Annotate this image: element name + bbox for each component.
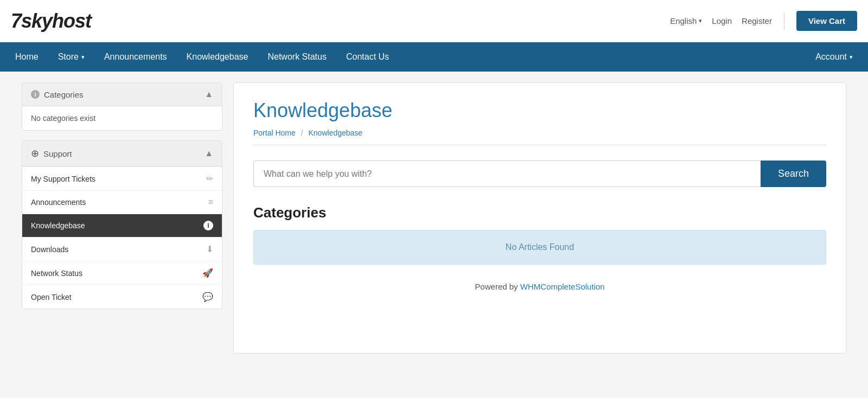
breadcrumb-home-link[interactable]: Portal Home: [253, 129, 296, 137]
sidebar-item-open-ticket[interactable]: Open Ticket 💬: [22, 285, 222, 309]
account-label: Account: [815, 52, 847, 62]
store-arrow-icon: ▾: [81, 54, 85, 61]
top-bar: 7skyhost English ▾ Login Register View C…: [0, 0, 868, 42]
view-cart-button[interactable]: View Cart: [796, 11, 857, 31]
comment-icon: 💬: [202, 292, 213, 302]
no-categories-text: No categories exist: [31, 114, 95, 123]
nav-network-status[interactable]: Network Status: [258, 42, 336, 72]
search-button[interactable]: Search: [761, 161, 826, 187]
account-menu[interactable]: Account ▾: [806, 42, 863, 72]
sidebar-item-my-support-tickets[interactable]: My Support Tickets ✏: [22, 166, 222, 190]
info-icon: i: [31, 90, 40, 99]
sidebar-categories-header: i Categories ▲: [22, 83, 222, 106]
my-support-tickets-label: My Support Tickets: [31, 175, 95, 183]
categories-header-left: i Categories: [31, 90, 84, 99]
main-layout: i Categories ▲ No categories exist ⊕ Sup…: [11, 72, 857, 364]
open-ticket-label: Open Ticket: [31, 293, 72, 301]
breadcrumb-current-link[interactable]: Knowledgebase: [308, 129, 362, 137]
download-icon: ⬇: [206, 244, 213, 254]
breadcrumb-separator: /: [301, 129, 303, 137]
language-label: English: [670, 16, 697, 25]
sidebar-item-network-status[interactable]: Network Status 🚀: [22, 261, 222, 285]
nav-bar: Home Store ▾ Announcements Knowledgebase…: [0, 42, 868, 72]
rocket-icon: 🚀: [202, 268, 213, 278]
sidebar-item-knowledgebase[interactable]: Knowledgebase i: [22, 214, 222, 237]
account-arrow-icon: ▾: [850, 54, 853, 61]
powered-by: Powered by WHMCompleteSolution: [253, 282, 826, 291]
breadcrumb: Portal Home / Knowledgebase: [253, 129, 826, 145]
no-articles-text: No Articles Found: [506, 242, 574, 252]
nav-store[interactable]: Store ▾: [48, 42, 94, 72]
sidebar-categories-box: i Categories ▲ No categories exist: [22, 82, 222, 131]
support-collapse-icon[interactable]: ▲: [205, 149, 213, 158]
whmcs-link[interactable]: WHMCompleteSolution: [520, 282, 605, 291]
network-status-label: Network Status: [31, 269, 82, 278]
categories-section-title: Categories: [253, 204, 826, 221]
downloads-label: Downloads: [31, 245, 68, 254]
support-label: Support: [43, 149, 72, 158]
knowledgebase-label: Knowledgebase: [31, 221, 85, 230]
sidebar: i Categories ▲ No categories exist ⊕ Sup…: [22, 82, 222, 354]
categories-body: No categories exist: [22, 106, 222, 130]
collapse-icon[interactable]: ▲: [205, 89, 213, 99]
language-arrow-icon: ▾: [699, 17, 702, 24]
login-link[interactable]: Login: [712, 16, 732, 25]
sidebar-support-box: ⊕ Support ▲ My Support Tickets ✏ Announc…: [22, 140, 222, 309]
logo: 7skyhost: [11, 10, 91, 33]
categories-label: Categories: [44, 90, 84, 99]
top-bar-right: English ▾ Login Register View Cart: [670, 11, 857, 31]
ticket-icon: ✏: [206, 174, 213, 184]
register-link[interactable]: Register: [742, 16, 772, 25]
lifering-icon: ⊕: [31, 147, 39, 159]
language-selector[interactable]: English ▾: [670, 16, 702, 25]
sidebar-item-announcements[interactable]: Announcements ≡: [22, 190, 222, 214]
nav-knowledgebase[interactable]: Knowledgebase: [177, 42, 258, 72]
page-title: Knowledgebase: [253, 99, 826, 122]
knowledgebase-icon: i: [203, 221, 213, 230]
nav-contact-us[interactable]: Contact Us: [336, 42, 399, 72]
no-articles-box: No Articles Found: [253, 230, 826, 265]
sidebar-item-downloads[interactable]: Downloads ⬇: [22, 237, 222, 261]
nav-spacer: [399, 42, 806, 72]
powered-by-text: Powered by: [475, 282, 520, 291]
support-header-left: ⊕ Support: [31, 147, 72, 159]
search-bar: Search: [253, 161, 826, 187]
search-input[interactable]: [253, 161, 761, 187]
sidebar-support-header: ⊕ Support ▲: [22, 141, 222, 166]
list-icon: ≡: [208, 197, 213, 207]
divider: [784, 12, 784, 30]
announcements-label: Announcements: [31, 198, 86, 207]
main-content: Knowledgebase Portal Home / Knowledgebas…: [233, 82, 846, 354]
nav-home[interactable]: Home: [5, 42, 48, 72]
nav-announcements[interactable]: Announcements: [94, 42, 177, 72]
